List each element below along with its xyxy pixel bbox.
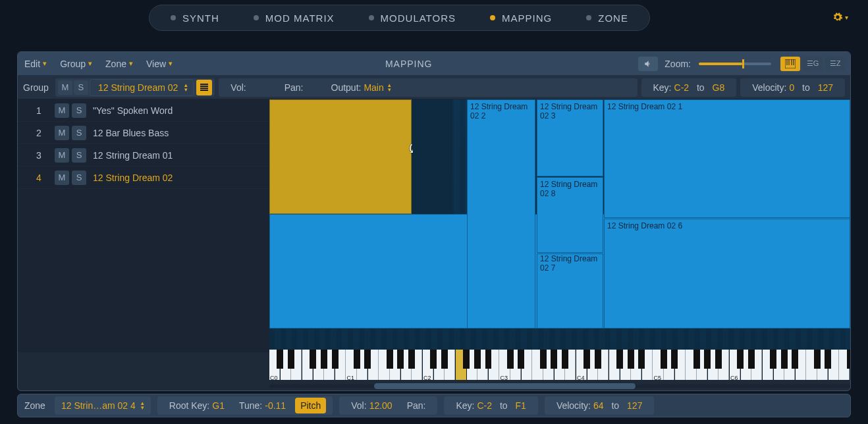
menu-zone[interactable]: Zone▾ — [99, 52, 140, 75]
group-list-toggle-button[interactable] — [196, 80, 212, 95]
output-selector[interactable]: Output:Main▴▾ — [326, 82, 396, 93]
group-row[interactable]: 4 MS 12 String Dream 02 — [18, 167, 269, 189]
solo-button[interactable]: S — [72, 126, 86, 140]
pitch-button[interactable]: Pitch — [295, 398, 326, 413]
group-row-name: 12 String Dream 01 — [93, 150, 173, 161]
zone-block[interactable]: 12 String Dream 02 1 — [604, 99, 850, 218]
dot-icon — [586, 15, 591, 20]
tune-value: -0.11 — [265, 400, 286, 411]
chevron-down-icon: ▾ — [169, 59, 173, 68]
chevron-down-icon: ▾ — [129, 59, 133, 68]
audition-button[interactable] — [638, 57, 658, 71]
mute-button[interactable]: M — [55, 171, 69, 185]
velocity-range-field[interactable]: Velocity:0 to 127 — [747, 82, 838, 93]
group-index: 1 — [23, 105, 55, 116]
svg-rect-0 — [785, 59, 796, 68]
group-row[interactable]: 1 MS "Yes" Spoken Word — [18, 99, 269, 122]
vel-lo: 0 — [789, 82, 794, 93]
zoom-slider[interactable] — [699, 63, 771, 65]
solo-button[interactable]: S — [72, 103, 86, 118]
tab-modulators[interactable]: MODULATORS — [352, 5, 473, 31]
view-keyboard-button[interactable] — [780, 57, 800, 71]
view-zone-list-button[interactable]: ☰Z — [825, 57, 845, 71]
group-name: 12 String Dream 02 — [98, 82, 178, 93]
zone-block[interactable]: 12 String Dream 02 3 — [537, 99, 603, 176]
horizontal-scrollbar[interactable] — [269, 383, 850, 389]
menu-view[interactable]: View▾ — [140, 52, 179, 75]
tab-label: MOD MATRIX — [265, 13, 335, 24]
zone-block-selected[interactable] — [269, 99, 412, 214]
field-label: Vol: — [351, 400, 366, 411]
chevron-down-icon: ▾ — [845, 14, 848, 21]
tune-field[interactable]: Tune:-0.11 — [234, 400, 291, 411]
key-hi: G8 — [713, 82, 725, 93]
zone-view-icon: ☰Z — [830, 59, 841, 68]
zone-label: 12 String Dream 02 3 — [540, 102, 603, 120]
settings-gear-button[interactable]: ▾ — [832, 12, 848, 22]
tab-label: MODULATORS — [381, 13, 456, 24]
zone-label: 12 String Dream 02 2 — [470, 102, 535, 120]
zone-block[interactable]: 12 String Dream 02 8 — [537, 177, 603, 253]
dot-icon — [171, 15, 176, 20]
tab-zone[interactable]: ZONE — [569, 5, 645, 31]
tab-synth[interactable]: SYNTH — [153, 5, 236, 31]
menu-group[interactable]: Group▾ — [53, 52, 99, 75]
dot-icon — [490, 15, 495, 20]
group-row[interactable]: 2 MS 12 Bar Blues Bass — [18, 122, 269, 144]
mapping-canvas[interactable]: 12 String Dream 02 2 12 String Dream 02 … — [269, 99, 850, 352]
field-label: Pan: — [407, 400, 426, 411]
vol-field[interactable]: Vol: — [225, 82, 251, 93]
mute-button[interactable]: M — [55, 148, 69, 163]
zone-pan-field[interactable]: Pan: — [402, 400, 431, 411]
slider-knob-icon — [742, 59, 744, 68]
solo-button[interactable]: S — [72, 148, 86, 163]
to-label: to — [611, 400, 619, 411]
group-mute-button[interactable]: M — [58, 80, 72, 95]
dot-icon — [254, 15, 259, 20]
field-label: Key: — [653, 82, 672, 93]
stepper-icon: ▴▾ — [388, 83, 391, 92]
zone-block[interactable]: 12 String Dream 02 6 — [604, 219, 850, 329]
vel-hi: 127 — [627, 400, 642, 411]
mute-button[interactable]: M — [55, 103, 69, 118]
field-label: Velocity: — [556, 400, 591, 411]
tab-label: MAPPING — [502, 13, 552, 24]
solo-button[interactable]: S — [72, 171, 86, 185]
menu-label: Zone — [105, 59, 126, 69]
list-icon — [200, 83, 209, 92]
tab-label: ZONE — [598, 13, 628, 24]
view-group-list-button[interactable]: ☰G — [803, 57, 823, 71]
group-index: 2 — [23, 128, 55, 138]
speaker-icon — [643, 59, 653, 68]
tab-mapping[interactable]: MAPPING — [473, 5, 569, 31]
keyboard-icon — [785, 59, 796, 68]
field-label: Root Key: — [169, 400, 209, 411]
group-row[interactable]: 3 MS 12 String Dream 01 — [18, 144, 269, 167]
to-label: to — [500, 400, 508, 411]
vel-lo: 64 — [593, 400, 604, 411]
keyboard-area: C0C1C2C3C4C5C6 — [269, 350, 850, 383]
group-row-name: "Yes" Spoken Word — [93, 105, 173, 116]
to-label: to — [697, 82, 705, 93]
tab-bar: SYNTH MOD MATRIX MODULATORS MAPPING ZONE — [149, 5, 650, 31]
zone-block[interactable]: 12 String Dream 02 2 — [467, 99, 535, 329]
zone-block[interactable]: 12 String Dream 02 7 — [537, 253, 603, 329]
tab-mod-matrix[interactable]: MOD MATRIX — [236, 5, 352, 31]
zone-label: 12 String Dream 02 6 — [607, 221, 682, 230]
pan-field[interactable]: Pan: — [279, 82, 309, 93]
zone-label: 12 String Dream 02 7 — [540, 254, 603, 273]
zoom-control: Zoom: — [665, 59, 771, 69]
zone-vol-field[interactable]: Vol:12.00 — [346, 400, 397, 411]
key-range-field[interactable]: Key:C-2 to G8 — [648, 82, 730, 93]
zone-vel-range-field[interactable]: Velocity:64 to 127 — [551, 400, 648, 411]
group-solo-button[interactable]: S — [74, 80, 88, 95]
group-selector[interactable]: 12 String Dream 02 ▴▾ — [90, 79, 194, 96]
zone-selector[interactable]: 12 Strin…am 02 4 ▴▾ — [55, 396, 151, 415]
menu-label: Edit — [24, 59, 40, 69]
root-key-field[interactable]: Root Key:G1 — [164, 400, 230, 411]
menu-edit[interactable]: Edit▾ — [18, 52, 53, 75]
zone-key-range-field[interactable]: Key:C-2 to F1 — [450, 400, 531, 411]
piano-keyboard[interactable]: C0C1C2C3C4C5C6 — [269, 350, 850, 380]
mute-button[interactable]: M — [55, 126, 69, 140]
panel-header: Edit▾ Group▾ Zone▾ View▾ MAPPING Zoom: ☰… — [18, 52, 850, 76]
